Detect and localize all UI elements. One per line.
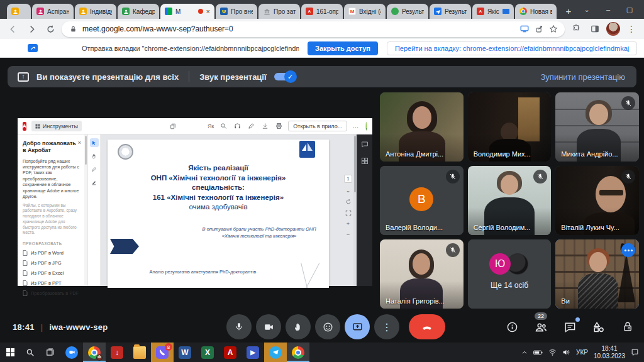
zoom-in-icon[interactable]: + [347, 221, 350, 227]
taskbar-excel[interactable]: X [196, 343, 219, 362]
new-tab-button[interactable]: + [561, 3, 576, 18]
pdf-scrollbar[interactable] [353, 134, 357, 286]
side-panel-icon[interactable] [587, 21, 602, 36]
tools-button[interactable]: Инструменты [31, 121, 82, 131]
participant-tile-antonina[interactable]: Антоніна Дмитрі... [380, 92, 464, 162]
taskbar-word[interactable]: W [174, 343, 196, 362]
browser-menu-kebab-icon[interactable]: ⋮ [624, 21, 639, 36]
welcome-close-icon[interactable]: × [78, 140, 81, 146]
tab-kafedra[interactable]: Кафедра [118, 4, 159, 19]
wifi-icon[interactable] [548, 349, 557, 356]
overflow-tile[interactable]: Ю Ще 14 осіб [468, 239, 552, 309]
hand-tool-icon[interactable] [90, 151, 99, 160]
volume-icon[interactable] [562, 349, 570, 356]
camera-button[interactable] [256, 314, 281, 339]
participant-tile-nataliia[interactable]: Наталія Григорів... [380, 239, 464, 309]
tab-rezult-2[interactable]: Результа [430, 4, 471, 19]
convert-item-jpg[interactable]: Из PDF в JPG [23, 260, 85, 266]
forward-icon[interactable] [24, 21, 39, 36]
taskbar-download-manager[interactable]: ↓ [106, 343, 128, 362]
participant-tile-vitalii[interactable]: Віталій Лукич Чу... [555, 166, 639, 235]
rotate-icon[interactable] [345, 199, 352, 205]
more-options-button[interactable]: ⋮ [374, 314, 399, 339]
search-icon[interactable] [219, 122, 228, 131]
select-cursor-icon[interactable] [90, 138, 99, 147]
tab-aspirant[interactable]: Аспірант [32, 4, 74, 19]
maximize-button[interactable]: ▢ [619, 0, 640, 19]
mic-button[interactable] [226, 314, 252, 339]
participant-tile-volodymyr[interactable]: Володимир Мих... [468, 92, 552, 162]
thumbnails-icon[interactable] [361, 157, 369, 165]
tab-sharing-icon[interactable] [519, 24, 530, 34]
page-down-chevron-icon[interactable]: ⌄ [346, 188, 351, 194]
chat-panel-icon[interactable] [562, 319, 577, 334]
goto-tab-button[interactable]: Перейти на вкладку: chrome-extension://e… [387, 41, 637, 55]
taskbar-search-icon[interactable] [20, 343, 40, 362]
stop-sharing-button[interactable]: Закрыть доступ [308, 41, 378, 55]
taskbar-file-explorer[interactable] [128, 343, 151, 362]
copy-page-icon[interactable] [169, 122, 177, 131]
close-window-button[interactable]: × [640, 0, 644, 19]
taskbar-telegram[interactable] [264, 343, 287, 362]
notification-center-icon[interactable] [631, 348, 639, 356]
tab-classroom-1[interactable] [7, 4, 31, 19]
activities-icon[interactable] [591, 319, 606, 334]
zoom-out-icon[interactable]: − [347, 232, 350, 238]
participant-tile-mykyta[interactable]: Микита Андрійо... [555, 92, 639, 162]
presentation-audio-toggle[interactable]: ✓ [274, 73, 296, 80]
self-tile[interactable]: Ви [555, 239, 639, 309]
convert-item-topdf[interactable]: Преобразовать в PDF [23, 290, 85, 296]
tab-pro-vne[interactable]: ΨПро вне [216, 4, 257, 19]
taskbar-chrome-2[interactable] [287, 343, 309, 362]
acrobat-account-avatar[interactable] [365, 122, 367, 131]
people-panel-icon[interactable]: 22 [533, 319, 548, 334]
read-aloud-icon[interactable] [233, 122, 242, 131]
minimize-button[interactable]: – [597, 0, 619, 19]
task-view-icon[interactable] [40, 343, 60, 362]
tray-expand-chevron-icon[interactable] [521, 349, 528, 356]
meeting-details-icon[interactable] [504, 319, 519, 334]
welcome-scrollbar[interactable] [84, 134, 87, 286]
fit-page-icon[interactable] [345, 210, 352, 216]
raise-hand-button[interactable] [286, 314, 311, 339]
page-number-box[interactable]: 1 [344, 175, 352, 183]
download-icon[interactable] [260, 122, 269, 131]
tab-pro-zat[interactable]: Про зат [258, 4, 300, 19]
tab-meet-active[interactable]: M× [160, 4, 214, 19]
keyboard-language[interactable]: УКР [576, 349, 588, 356]
tab-indyvid[interactable]: Індивіду [75, 4, 116, 19]
tab-rezult-1[interactable]: Результа [387, 4, 428, 19]
convert-item-excel[interactable]: Из PDF в Excel [23, 270, 85, 276]
taskbar-zoom[interactable] [60, 343, 83, 362]
host-controls-icon[interactable] [620, 319, 635, 334]
convert-item-word[interactable]: Из PDF в Word [23, 250, 85, 256]
reactions-button[interactable] [315, 314, 340, 339]
taskbar-media-player[interactable]: ▶ [242, 343, 264, 362]
highlighter-tool-icon[interactable] [90, 178, 99, 187]
start-button[interactable] [0, 343, 20, 362]
participant-tile-valerii[interactable]: В Валерій Володи... [380, 166, 464, 235]
convert-item-ppt[interactable]: Из PDF в PPT [23, 280, 85, 286]
taskbar-acrobat[interactable]: A [219, 343, 242, 362]
extensions-icon[interactable] [569, 21, 584, 36]
self-tile-options-icon[interactable] [621, 243, 635, 257]
comments-icon[interactable] [361, 141, 369, 148]
bookmark-star-icon[interactable] [548, 24, 558, 34]
present-button[interactable] [345, 314, 370, 339]
share-icon[interactable] [534, 24, 544, 34]
address-bar[interactable]: meet.google.com/iwa-wwwv-sep?authuser=0 [62, 21, 565, 37]
back-icon[interactable] [5, 21, 20, 36]
print-icon[interactable] [274, 122, 283, 131]
end-call-button[interactable] [409, 314, 445, 339]
battery-icon[interactable] [533, 349, 543, 356]
sign-pen-icon[interactable] [247, 122, 255, 131]
tab-close-icon[interactable]: × [206, 8, 210, 15]
tab-gmail[interactable]: MВхідні (4 [344, 4, 386, 19]
browser-profile-avatar[interactable] [606, 22, 620, 36]
tab-yakist-pdf[interactable]: AЯкіс [472, 4, 514, 19]
pencil-tool-icon[interactable] [90, 165, 99, 173]
tab-search-chevron-icon[interactable]: ⌄ [576, 0, 597, 19]
tab-161-pdf[interactable]: A161-опр [301, 4, 343, 19]
acrobat-more-icon[interactable]: … [352, 123, 359, 129]
taskbar-chrome-active[interactable] [83, 343, 106, 362]
